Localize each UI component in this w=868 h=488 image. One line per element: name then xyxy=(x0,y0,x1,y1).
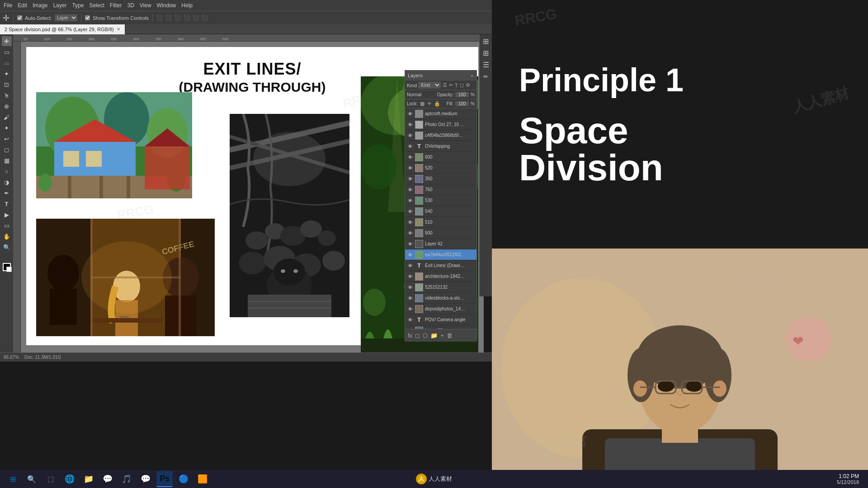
layer-visibility-toggle[interactable]: 👁 xyxy=(407,187,413,193)
select-rect-tool[interactable]: ▭ xyxy=(2,47,12,57)
fill-input[interactable] xyxy=(455,101,469,106)
lock-pixel-icon[interactable]: ▦ xyxy=(420,100,425,107)
crop-tool[interactable]: ⊡ xyxy=(2,80,12,89)
opacity-input[interactable] xyxy=(455,92,469,97)
layer-item[interactable]: 👁 520 xyxy=(405,163,476,174)
layer-adjustment-icon[interactable]: ⬡ xyxy=(423,332,428,339)
layer-link-icon[interactable]: fx xyxy=(408,332,412,339)
move-tool[interactable]: ✛ xyxy=(2,36,12,46)
text-filter-icon[interactable]: T xyxy=(454,82,458,89)
layer-group-icon[interactable]: 📁 xyxy=(430,332,438,339)
show-transform-checkbox[interactable] xyxy=(85,15,90,20)
layer-visibility-toggle[interactable]: 👁 xyxy=(407,219,413,225)
layer-item[interactable]: 👁 Layer 33 xyxy=(405,325,476,329)
eraser-tool[interactable]: ◻ xyxy=(2,145,12,155)
align-top-icon[interactable]: ⬛ xyxy=(184,15,190,21)
pen-tool[interactable]: ✒ xyxy=(2,188,12,198)
layer-item[interactable]: 👁 videoblocks-a-slow-pus... xyxy=(405,293,476,304)
taskbar-chrome[interactable]: 🔵 xyxy=(175,471,192,487)
layer-visibility-toggle[interactable]: 👁 xyxy=(407,197,413,204)
layer-visibility-toggle[interactable]: 👁 xyxy=(407,208,413,215)
menu-filter[interactable]: Filter xyxy=(110,2,122,9)
layer-visibility-toggle[interactable]: 👁 xyxy=(407,328,413,329)
layer-item[interactable]: 👁 510 xyxy=(405,217,476,228)
ps-adjust-icon[interactable]: ☰ xyxy=(481,60,491,70)
lock-all-icon[interactable]: 🔒 xyxy=(434,100,441,107)
layer-item[interactable]: 👁 aptcroft.medium xyxy=(405,108,476,119)
layer-visibility-toggle[interactable]: 👁 xyxy=(407,317,413,323)
auto-select-checkbox[interactable] xyxy=(17,15,22,20)
history-brush-tool[interactable]: ↩ xyxy=(2,134,12,144)
taskbar-edge[interactable]: 🌐 xyxy=(61,471,78,487)
hand-tool[interactable]: ✋ xyxy=(2,231,12,241)
clone-stamp-tool[interactable]: ✦ xyxy=(2,123,12,133)
layer-item[interactable]: 👁 Layer 42 xyxy=(405,239,476,249)
layers-expand-icon[interactable]: » xyxy=(470,72,474,79)
dodge-tool[interactable]: ◑ xyxy=(2,177,12,187)
shape-tool[interactable]: ▭ xyxy=(2,221,12,230)
menu-type[interactable]: Type xyxy=(72,2,84,9)
menu-edit[interactable]: Edit xyxy=(18,2,27,9)
layer-visibility-toggle[interactable]: 👁 xyxy=(407,306,413,312)
brush-tool[interactable]: 🖌 xyxy=(2,112,12,122)
layer-item[interactable]: 👁 T Exit Lines/ (Drawing Th... xyxy=(405,260,476,271)
layer-visibility-toggle[interactable]: 👁 xyxy=(407,154,413,160)
align-center-icon[interactable]: ⬛ xyxy=(165,15,172,21)
layer-item[interactable]: 👁 T POV/ Camera angle xyxy=(405,314,476,325)
taskbar-explorer[interactable]: 📁 xyxy=(80,471,97,487)
close-tab-icon[interactable]: ✕ xyxy=(117,27,120,32)
layer-visibility-toggle[interactable]: 👁 xyxy=(407,165,413,171)
zoom-tool[interactable]: 🔍 xyxy=(2,242,12,252)
layer-item[interactable]: 👁 540 xyxy=(405,206,476,217)
layer-item-active[interactable]: 👁 ea7b44cc0511f02af90ec... xyxy=(405,249,476,260)
adjustment-filter-icon[interactable]: ✏ xyxy=(448,82,453,89)
type-tool[interactable]: T xyxy=(2,199,12,209)
blur-tool[interactable]: ○ xyxy=(2,166,12,176)
layer-item[interactable]: 👁 600 xyxy=(405,152,476,163)
menu-help[interactable]: Help xyxy=(181,2,193,9)
taskbar-skype[interactable]: 💬 xyxy=(137,471,154,487)
align-bottom-icon[interactable]: ⬛ xyxy=(202,15,208,21)
layer-item[interactable]: 👁 architecture-1842279_5... xyxy=(405,271,476,282)
layer-visibility-toggle[interactable]: 👁 xyxy=(407,263,413,269)
layer-visibility-toggle[interactable]: 👁 xyxy=(407,252,413,258)
layer-visibility-toggle[interactable]: 👁 xyxy=(407,295,413,301)
ps-grid-icon[interactable]: ⊞ xyxy=(481,36,491,46)
layer-visibility-toggle[interactable]: 👁 xyxy=(407,241,413,247)
taskbar-start[interactable]: ⊞ xyxy=(5,471,21,487)
align-middle-icon[interactable]: ⬛ xyxy=(193,15,199,21)
lasso-tool[interactable]: ⌓ xyxy=(2,58,12,68)
layer-visibility-toggle[interactable]: 👁 xyxy=(407,111,413,117)
layers-kind-select[interactable]: Kind xyxy=(418,82,441,89)
layer-visibility-toggle[interactable]: 👁 xyxy=(407,284,413,291)
menu-select[interactable]: Select xyxy=(89,2,104,9)
align-left-icon[interactable]: ⬛ xyxy=(156,15,163,21)
menu-image[interactable]: Image xyxy=(33,2,47,9)
taskbar-messages[interactable]: 💬 xyxy=(99,471,116,487)
shape-filter-icon[interactable]: ◻ xyxy=(459,82,464,89)
layer-visibility-toggle[interactable]: 👁 xyxy=(407,132,413,139)
menu-file[interactable]: File xyxy=(4,2,12,9)
layer-visibility-toggle[interactable]: 👁 xyxy=(407,143,413,150)
layer-item[interactable]: 👁 760 xyxy=(405,184,476,195)
taskbar-task-view[interactable]: ⬚ xyxy=(42,471,59,487)
align-right-icon[interactable]: ⬛ xyxy=(175,15,181,21)
layer-item[interactable]: 👁 T OVerlapping xyxy=(405,141,476,152)
active-tab[interactable]: 2 Space division.psd @ 66.7% (Layer 29, … xyxy=(0,24,125,34)
layer-item[interactable]: 👁 depositphotos_1451494... xyxy=(405,304,476,314)
menu-3d[interactable]: 3D xyxy=(127,2,134,9)
menu-view[interactable]: View xyxy=(140,2,151,9)
layer-mask-icon[interactable]: ◻ xyxy=(415,332,420,339)
foreground-color[interactable] xyxy=(3,263,11,271)
layer-new-icon[interactable]: + xyxy=(440,332,444,339)
lock-position-icon[interactable]: ✛ xyxy=(427,100,432,107)
taskbar-search[interactable]: 🔍 xyxy=(24,471,40,487)
eyedropper-tool[interactable]: 🖱 xyxy=(2,90,12,100)
layer-visibility-toggle[interactable]: 👁 xyxy=(407,122,413,128)
layer-item[interactable]: 👁 Photo Oct 27, 10 51 18 ... xyxy=(405,119,476,130)
path-select-tool[interactable]: ▶ xyxy=(2,210,12,220)
gradient-tool[interactable]: ▦ xyxy=(2,155,12,165)
background-color[interactable] xyxy=(6,267,12,272)
pixel-filter-icon[interactable]: ☰ xyxy=(442,82,448,89)
layer-item[interactable]: 👁 c4f04fa15866b5f3f3659... xyxy=(405,130,476,141)
